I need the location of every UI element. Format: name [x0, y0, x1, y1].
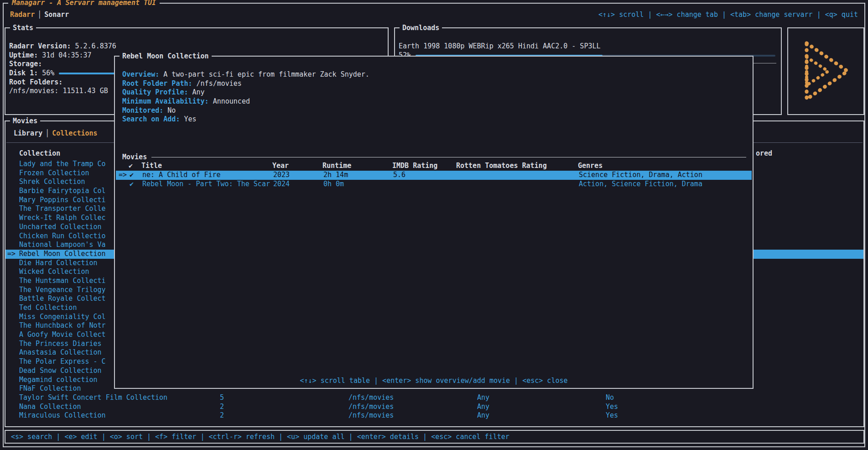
tab-collections[interactable]: Collections	[52, 129, 97, 137]
modal-movies-section: Movies	[122, 152, 746, 162]
monitored-header-fragment: ored	[756, 149, 772, 158]
download-item-name: Earth 1998 1080p WEBRip x265 Hindi AAC2.…	[399, 42, 777, 51]
collection-name: Uncharted Collection	[19, 223, 102, 232]
downloads-panel-title: Downloads	[400, 23, 442, 32]
collection-root-folder: /nfs/movies	[348, 393, 394, 403]
movie-imdb-rating: 5.6	[393, 171, 405, 180]
collection-field: Root Folder Path: /nfs/movies	[122, 79, 745, 89]
collection-name: The Huntsman Collecti	[19, 277, 106, 286]
collection-name: Wreck-It Ralph Collec	[19, 214, 106, 223]
keybind-hint: <tab> change servarr	[730, 10, 813, 19]
hint-separator: |	[196, 433, 208, 441]
collection-name: Battle Royale Collect	[19, 294, 106, 303]
tab-library[interactable]: Library	[14, 129, 42, 137]
tab-sonarr[interactable]: Sonarr	[44, 10, 69, 19]
field-value: Announced	[213, 97, 250, 105]
collection-name: Die Hard Collection	[19, 259, 98, 268]
collection-details-modal: Rebel Moon Collection Overview: A two-pa…	[114, 56, 754, 389]
keybind-hint: <enter> show overview/add movie	[382, 377, 510, 385]
uptime-label: Uptime:	[9, 51, 38, 59]
managarr-play-logo-icon	[799, 39, 853, 103]
movie-runtime: 2h 14m	[323, 171, 348, 180]
field-value: Any	[192, 88, 205, 96]
movies-section-rule	[151, 157, 746, 157]
movie-row[interactable]: ✔Rebel Moon - Part Two: The Scar20240h 0…	[116, 180, 752, 189]
logo-panel	[787, 27, 864, 115]
hint-separator: |	[510, 377, 522, 385]
collection-name: Ted Collection	[19, 303, 77, 313]
bottom-keybind-bar: <s> search | <e> edit | <o> sort | <f> f…	[5, 430, 864, 444]
movie-genres: Action, Science Fiction, Drama	[579, 180, 702, 189]
column-header-year: Year	[272, 162, 289, 171]
hint-separator: |	[345, 433, 357, 441]
collection-row[interactable]: Miraculous Collection2/nfs/moviesAnyYes	[5, 411, 863, 420]
disk-percent: 56%	[42, 69, 54, 77]
keybind-hint: <e> edit	[64, 433, 97, 441]
collection-name: Nana Collection	[19, 403, 81, 412]
field-label: Minimum Availability:	[122, 97, 209, 105]
app-title: Managarr - A Servarr management TUI	[8, 0, 160, 7]
hint-separator: |	[419, 433, 431, 441]
collection-fields: Overview: A two-part sci-fi epic from fi…	[122, 70, 745, 124]
collection-name: Lady and the Tramp Co	[19, 160, 106, 169]
collection-quality-profile: Any	[477, 411, 489, 420]
disk-label: Disk 1:	[9, 69, 38, 77]
keybind-hint: <↑↓> scroll	[598, 10, 644, 19]
stats-panel-title: Stats	[10, 23, 36, 32]
collection-name: A Goofy Movie Collect	[19, 330, 106, 340]
collection-field: Quality Profile: Any	[122, 88, 745, 97]
field-label: Quality Profile:	[122, 88, 188, 96]
movie-title: ne: A Child of Fire	[142, 171, 271, 180]
selection-arrow: =>	[119, 171, 127, 180]
modal-title: Rebel Moon Collection	[120, 52, 212, 61]
collection-monitored: No	[606, 393, 614, 403]
keybind-hint: <ctrl-r> refresh	[209, 433, 275, 441]
collection-name: Dead Snow Collection	[19, 366, 102, 376]
collection-column-header: Collection	[19, 149, 60, 158]
collection-name: Taylor Swift Concert Film Collection	[19, 393, 167, 403]
top-keybind-hints: <↑↓> scroll | <←→> change tab | <tab> ch…	[598, 10, 858, 19]
tab-radarr[interactable]: Radarr	[10, 10, 35, 19]
movie-row[interactable]: =>✔ne: A Child of Fire20232h 14m5.6Scien…	[116, 171, 752, 180]
field-value: No	[167, 106, 176, 115]
field-value: /nfs/movies	[197, 79, 242, 88]
collection-field: Minimum Availability: Announced	[122, 97, 745, 106]
collection-movie-count: 5	[220, 393, 224, 403]
keybind-hint: <esc> close	[522, 377, 567, 385]
column-header-rotten-tomatoes-rating: Rotten Tomatoes Rating	[456, 162, 547, 171]
collection-name: The Hunchback of Notr	[19, 321, 106, 330]
collection-name: Chicken Run Collectio	[19, 232, 106, 241]
radarr-version: Radarr Version: 5.2.6.8376	[9, 42, 384, 51]
tab-separator: │	[42, 129, 52, 137]
keybind-hint: <←→> change tab	[656, 10, 717, 19]
movies-panel-title: Movies	[10, 116, 40, 126]
collection-name: Anastasia Collection	[19, 348, 102, 357]
movie-year: 2024	[273, 180, 290, 189]
collection-name: Rebel Moon Collection	[19, 250, 106, 259]
uptime-value: 31d 04:35:37	[42, 51, 91, 59]
hint-separator: |	[98, 433, 110, 441]
collection-row[interactable]: Nana Collection2/nfs/moviesAnyYes	[5, 403, 863, 412]
field-label: Root Folder Path:	[122, 79, 192, 88]
keybind-hint: <o> sort	[110, 433, 143, 441]
hint-separator: |	[644, 10, 656, 19]
movie-genres: Science Fiction, Drama, Action	[579, 171, 702, 180]
collection-field: Monitored: No	[122, 106, 745, 115]
modal-keybind-hints: <↑↓> scroll table | <enter> show overvie…	[115, 376, 753, 385]
collection-row[interactable]: Taylor Swift Concert Film Collection5/nf…	[5, 393, 863, 403]
collection-movie-count: 2	[220, 411, 224, 420]
collection-name: The Transporter Colle	[19, 204, 106, 214]
bottom-keybind-hints: <s> search | <e> edit | <o> sort | <f> f…	[11, 432, 509, 441]
collection-name: Barbie Fairytopia Col	[19, 187, 106, 196]
collection-name: Shrek Collection	[19, 178, 85, 187]
movie-year: 2023	[273, 171, 290, 180]
column-header-title: Title	[141, 162, 270, 171]
column-header-genres: Genres	[578, 162, 603, 171]
collection-name: Mary Poppins Collecti	[19, 196, 106, 205]
collection-name: The Vengeance Trilogy	[19, 286, 106, 295]
hint-separator: |	[370, 377, 382, 385]
collection-movie-count: 2	[220, 403, 224, 412]
keybind-hint: <esc> cancel filter	[431, 433, 509, 441]
hint-separator: |	[143, 433, 155, 441]
collection-field: Overview: A two-part sci-fi epic from fi…	[122, 70, 745, 79]
